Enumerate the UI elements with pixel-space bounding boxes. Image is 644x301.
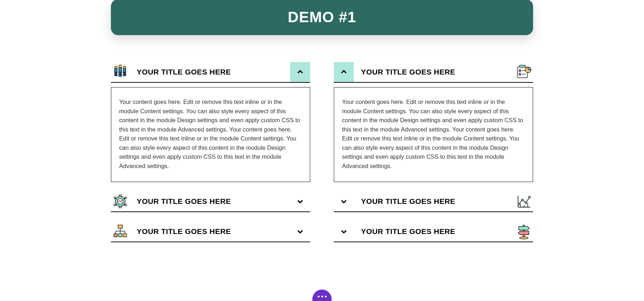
chat-fab[interactable]	[312, 290, 332, 301]
accordion-toggle[interactable]	[290, 62, 310, 82]
svg-rect-7	[116, 72, 117, 76]
chevron-down-icon	[340, 228, 348, 235]
svg-point-37	[519, 73, 521, 75]
dot-icon	[321, 296, 323, 297]
accordion-header[interactable]: YOUR TITLE GOES HERE	[111, 221, 310, 242]
svg-rect-1	[119, 68, 122, 72]
accordion-item: YOUR TITLE GOES HERE Your content goes h…	[111, 62, 310, 182]
demo-header: DEMO #1	[111, 0, 533, 35]
accordion-column-right: YOUR TITLE GOES HERE Your content goes h…	[334, 62, 533, 252]
svg-point-8	[123, 66, 126, 69]
signpost-icon	[514, 222, 533, 241]
accordion-toggle[interactable]	[290, 191, 310, 211]
chevron-up-icon	[340, 68, 348, 76]
svg-point-45	[529, 196, 531, 198]
accordion-toggle[interactable]	[334, 191, 354, 211]
svg-rect-3	[121, 72, 122, 76]
svg-point-50	[519, 237, 528, 239]
flowchart-icon	[111, 222, 130, 241]
accordion-column-left: YOUR TITLE GOES HERE Your content goes h…	[111, 62, 310, 252]
accordion-toggle[interactable]	[334, 62, 354, 82]
accordion-header[interactable]: YOUR TITLE GOES HERE	[111, 191, 310, 212]
svg-rect-10	[123, 72, 125, 76]
accordion-item: YOUR TITLE GOES HERE	[334, 221, 533, 242]
svg-rect-24	[118, 225, 122, 228]
accordion-container: YOUR TITLE GOES HERE Your content goes h…	[111, 62, 533, 252]
svg-point-0	[119, 65, 122, 68]
svg-rect-23	[119, 206, 121, 208]
svg-rect-34	[519, 65, 525, 67]
accordion-item: YOUR TITLE GOES HERE	[334, 191, 533, 212]
svg-point-42	[518, 203, 520, 205]
accordion-title: YOUR TITLE GOES HERE	[361, 227, 507, 236]
dot-icon	[318, 296, 319, 297]
dot-icon	[325, 296, 327, 297]
accordion-body: Your content goes here. Edit or remove t…	[334, 87, 533, 182]
svg-rect-32	[123, 234, 127, 237]
chevron-down-icon	[340, 197, 348, 205]
svg-rect-6	[115, 72, 116, 76]
accordion-header[interactable]: YOUR TITLE GOES HERE	[111, 62, 310, 83]
svg-rect-9	[123, 69, 126, 72]
accordion-toggle[interactable]	[334, 221, 354, 242]
team-icon	[111, 63, 130, 81]
svg-point-43	[522, 199, 523, 201]
svg-point-17	[125, 204, 127, 206]
gear-analytics-icon	[111, 192, 130, 211]
chevron-down-icon	[296, 228, 304, 235]
accordion-title: YOUR TITLE GOES HERE	[361, 197, 507, 206]
chevron-down-icon	[296, 197, 304, 205]
svg-point-16	[114, 204, 116, 206]
accordion-item: YOUR TITLE GOES HERE Your content goes h…	[334, 62, 533, 182]
chevron-up-icon	[296, 68, 304, 76]
accordion-header[interactable]: YOUR TITLE GOES HERE	[334, 191, 533, 212]
accordion-item: YOUR TITLE GOES HERE	[111, 221, 310, 242]
svg-point-44	[525, 202, 527, 204]
svg-rect-5	[115, 69, 117, 72]
svg-rect-31	[118, 234, 122, 237]
svg-rect-22	[119, 195, 121, 196]
accordion-title: YOUR TITLE GOES HERE	[137, 227, 283, 236]
accordion-header[interactable]: YOUR TITLE GOES HERE	[334, 62, 533, 83]
accordion-header[interactable]: YOUR TITLE GOES HERE	[334, 221, 533, 242]
line-chart-icon	[514, 192, 533, 211]
planning-board-icon	[514, 63, 533, 81]
accordion-title: YOUR TITLE GOES HERE	[137, 197, 283, 206]
page-title: DEMO #1	[111, 9, 533, 26]
svg-point-4	[115, 66, 117, 69]
accordion-title: YOUR TITLE GOES HERE	[361, 68, 507, 76]
accordion-title: YOUR TITLE GOES HERE	[137, 68, 283, 76]
svg-rect-30	[114, 234, 117, 237]
accordion-item: YOUR TITLE GOES HERE	[111, 191, 310, 212]
svg-rect-2	[119, 72, 120, 76]
accordion-toggle[interactable]	[290, 221, 310, 242]
accordion-body: Your content goes here. Edit or remove t…	[111, 87, 310, 182]
svg-point-35	[519, 70, 521, 72]
svg-rect-11	[125, 72, 126, 76]
